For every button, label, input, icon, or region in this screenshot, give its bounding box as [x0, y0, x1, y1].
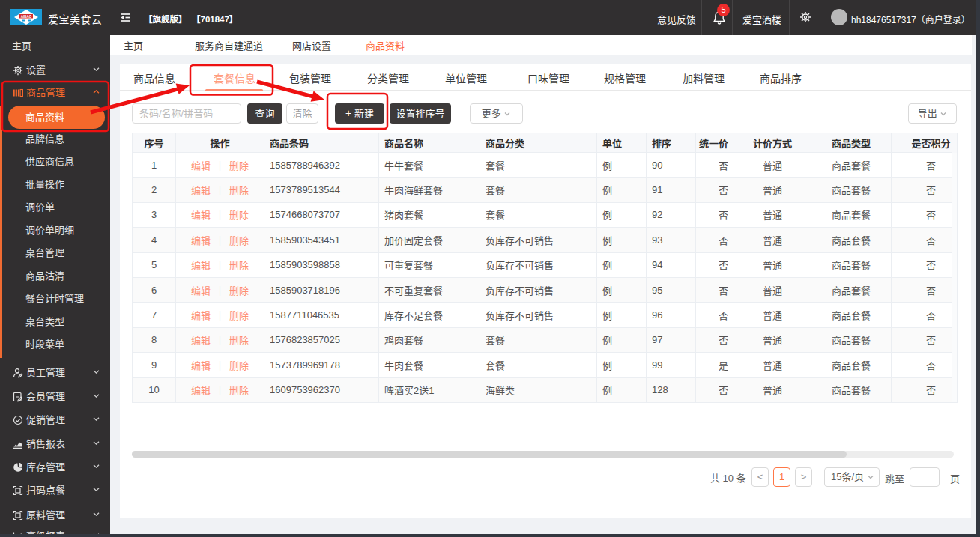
- svg-text:AIBAO: AIBAO: [21, 15, 32, 19]
